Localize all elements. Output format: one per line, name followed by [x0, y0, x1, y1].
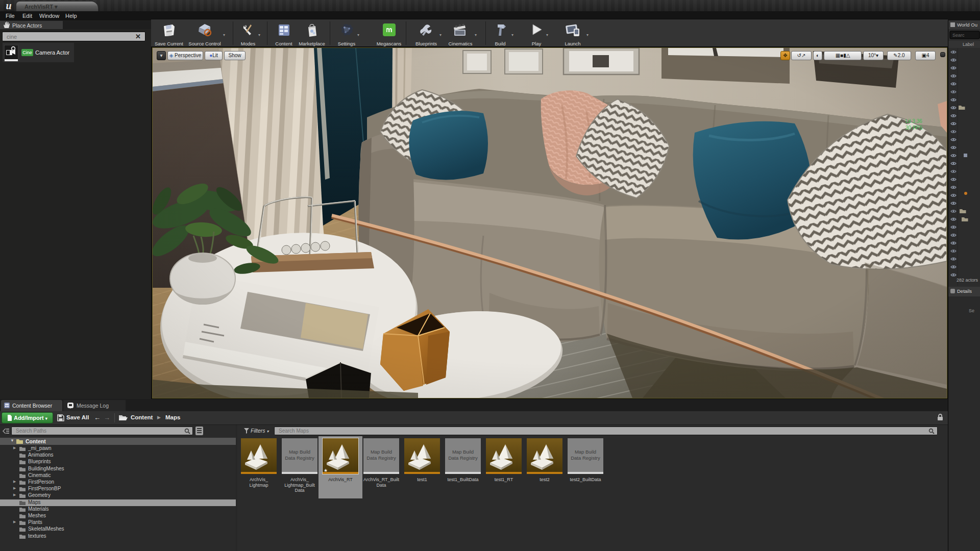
svg-text:Map Build: Map Build [575, 449, 596, 455]
svg-text:Data Registry: Data Registry [448, 455, 478, 461]
svg-text:Data Registry: Data Registry [285, 455, 314, 461]
svg-text:Data Registry: Data Registry [571, 455, 600, 461]
svg-text:World Ou: World Ou [957, 22, 977, 28]
svg-text:Searc: Searc [952, 33, 965, 38]
svg-text:Details: Details [957, 288, 972, 294]
svg-text:Map Build: Map Build [371, 449, 392, 455]
svg-text:Map Build: Map Build [452, 449, 474, 455]
svg-text:Lit 3.36: Lit 3.36 [905, 118, 922, 124]
svg-text:Se: Se [969, 308, 974, 313]
svg-text:30 FPS: 30 FPS [905, 125, 923, 131]
svg-text:282 actors: 282 actors [957, 278, 978, 283]
svg-text:Data Registry: Data Registry [366, 455, 396, 461]
svg-text:Map Build: Map Build [289, 449, 310, 455]
svg-text:Label: Label [963, 42, 974, 47]
